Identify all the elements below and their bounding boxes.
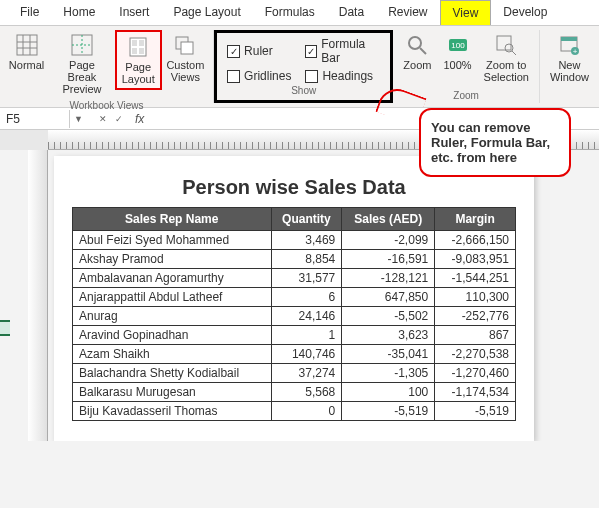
table-cell[interactable]: -16,591 — [342, 250, 435, 269]
table-row[interactable]: Aravind Gopinadhan13,623867 — [73, 326, 516, 345]
page-layout-icon — [126, 35, 150, 59]
checkbox-icon — [305, 45, 317, 58]
table-cell[interactable]: 3,469 — [271, 231, 342, 250]
table-cell[interactable]: -252,776 — [435, 307, 516, 326]
row-selector[interactable] — [0, 320, 10, 336]
group-workbook-views: Normal Page Break Preview Page Layout Cu… — [0, 30, 214, 103]
table-cell[interactable]: 31,577 — [271, 269, 342, 288]
name-box[interactable]: F5 — [0, 110, 70, 128]
table-cell[interactable]: Abul Feizi Syed Mohammed — [73, 231, 272, 250]
table-cell[interactable]: Aravind Gopinadhan — [73, 326, 272, 345]
ruler-corner — [0, 130, 48, 150]
zoom-100-button[interactable]: 100 100% — [437, 30, 477, 74]
page-layout-button[interactable]: Page Layout — [115, 30, 162, 90]
tab-home[interactable]: Home — [51, 0, 107, 25]
table-cell[interactable]: -1,544,251 — [435, 269, 516, 288]
svg-rect-0 — [17, 35, 37, 55]
table-cell[interactable]: 140,746 — [271, 345, 342, 364]
headings-checkbox[interactable]: Headings — [305, 69, 380, 83]
ruler-checkbox[interactable]: Ruler — [227, 37, 291, 65]
table-cell[interactable]: -5,519 — [435, 402, 516, 421]
checkbox-icon — [227, 70, 240, 83]
table-cell[interactable]: -1,305 — [342, 364, 435, 383]
table-row[interactable]: Azam Shaikh140,746-35,041-2,270,538 — [73, 345, 516, 364]
table-cell[interactable]: -2,099 — [342, 231, 435, 250]
table-cell[interactable]: Azam Shaikh — [73, 345, 272, 364]
table-row[interactable]: Biju Kavadasseril Thomas0-5,519-5,519 — [73, 402, 516, 421]
table-cell[interactable]: -5,502 — [342, 307, 435, 326]
table-header[interactable]: Sales (AED) — [342, 208, 435, 231]
table-cell[interactable]: Anurag — [73, 307, 272, 326]
svg-rect-10 — [139, 40, 144, 46]
table-row[interactable]: Anurag24,146-5,502-252,776 — [73, 307, 516, 326]
table-cell[interactable]: 100 — [342, 383, 435, 402]
table-row[interactable]: Ambalavanan Agoramurthy31,577-128,121-1,… — [73, 269, 516, 288]
zoom-100-label: 100% — [443, 59, 471, 71]
zoom-selection-icon — [494, 33, 518, 57]
svg-rect-12 — [139, 48, 144, 54]
table-cell[interactable]: 24,146 — [271, 307, 342, 326]
name-box-dropdown-icon[interactable]: ▼ — [70, 114, 87, 124]
table-cell[interactable]: 6 — [271, 288, 342, 307]
table-cell[interactable]: -9,083,951 — [435, 250, 516, 269]
table-header[interactable]: Margin — [435, 208, 516, 231]
page-break-button[interactable]: Page Break Preview — [49, 30, 115, 98]
tab-insert[interactable]: Insert — [107, 0, 161, 25]
data-table[interactable]: Sales Rep NameQuantitySales (AED)Margin … — [72, 207, 516, 421]
svg-point-15 — [409, 37, 421, 49]
table-cell[interactable]: 3,623 — [342, 326, 435, 345]
table-cell[interactable]: 867 — [435, 326, 516, 345]
fx-icon[interactable]: fx — [127, 112, 152, 126]
table-cell[interactable]: Ambalavanan Agoramurthy — [73, 269, 272, 288]
table-row[interactable]: Anjarappattil Abdul Latheef6647,850110,3… — [73, 288, 516, 307]
tab-formulas[interactable]: Formulas — [253, 0, 327, 25]
table-cell[interactable]: 0 — [271, 402, 342, 421]
zoom-icon — [405, 33, 429, 57]
table-cell[interactable]: -1,270,460 — [435, 364, 516, 383]
table-row[interactable]: Balachandra Shetty Kodialbail37,274-1,30… — [73, 364, 516, 383]
table-cell[interactable]: Balachandra Shetty Kodialbail — [73, 364, 272, 383]
table-cell[interactable]: Anjarappattil Abdul Latheef — [73, 288, 272, 307]
tab-view[interactable]: View — [440, 0, 492, 25]
fx-cancel-icon[interactable]: ✕ — [87, 114, 111, 124]
gridlines-checkbox[interactable]: Gridlines — [227, 69, 291, 83]
table-cell[interactable]: Biju Kavadasseril Thomas — [73, 402, 272, 421]
table-cell[interactable]: Balkarasu Murugesan — [73, 383, 272, 402]
table-row[interactable]: Akshay Pramod8,854-16,591-9,083,951 — [73, 250, 516, 269]
group-window: + New Window — [540, 30, 599, 103]
table-cell[interactable]: -1,174,534 — [435, 383, 516, 402]
table-cell[interactable]: 1 — [271, 326, 342, 345]
table-cell[interactable]: 37,274 — [271, 364, 342, 383]
svg-text:+: + — [573, 47, 578, 56]
table-cell[interactable]: 110,300 — [435, 288, 516, 307]
tab-data[interactable]: Data — [327, 0, 376, 25]
table-cell[interactable]: 647,850 — [342, 288, 435, 307]
custom-views-icon — [173, 33, 197, 57]
table-cell[interactable]: -128,121 — [342, 269, 435, 288]
table-row[interactable]: Balkarasu Murugesan5,568100-1,174,534 — [73, 383, 516, 402]
custom-views-button[interactable]: Custom Views — [162, 30, 209, 86]
table-cell[interactable]: 5,568 — [271, 383, 342, 402]
zoom-button[interactable]: Zoom — [397, 30, 437, 74]
tab-page-layout[interactable]: Page Layout — [161, 0, 252, 25]
group-zoom: Zoom 100 100% Zoom to Selection Zoom — [393, 30, 540, 103]
table-header[interactable]: Quantity — [271, 208, 342, 231]
tab-file[interactable]: File — [8, 0, 51, 25]
page-title: Person wise Sales Data — [72, 176, 516, 199]
table-cell[interactable]: -2,270,538 — [435, 345, 516, 364]
table-cell[interactable]: -5,519 — [342, 402, 435, 421]
tab-developer[interactable]: Develop — [491, 0, 559, 25]
table-cell[interactable]: -2,666,150 — [435, 231, 516, 250]
fx-enter-icon[interactable]: ✓ — [111, 114, 127, 124]
vertical-ruler[interactable] — [28, 150, 48, 441]
table-cell[interactable]: 8,854 — [271, 250, 342, 269]
zoom-selection-button[interactable]: Zoom to Selection — [478, 30, 535, 86]
formula-bar-checkbox[interactable]: Formula Bar — [305, 37, 380, 65]
normal-button[interactable]: Normal — [4, 30, 49, 74]
new-window-button[interactable]: + New Window — [544, 30, 595, 86]
table-cell[interactable]: -35,041 — [342, 345, 435, 364]
table-cell[interactable]: Akshay Pramod — [73, 250, 272, 269]
table-header[interactable]: Sales Rep Name — [73, 208, 272, 231]
tab-review[interactable]: Review — [376, 0, 439, 25]
table-row[interactable]: Abul Feizi Syed Mohammed3,469-2,099-2,66… — [73, 231, 516, 250]
